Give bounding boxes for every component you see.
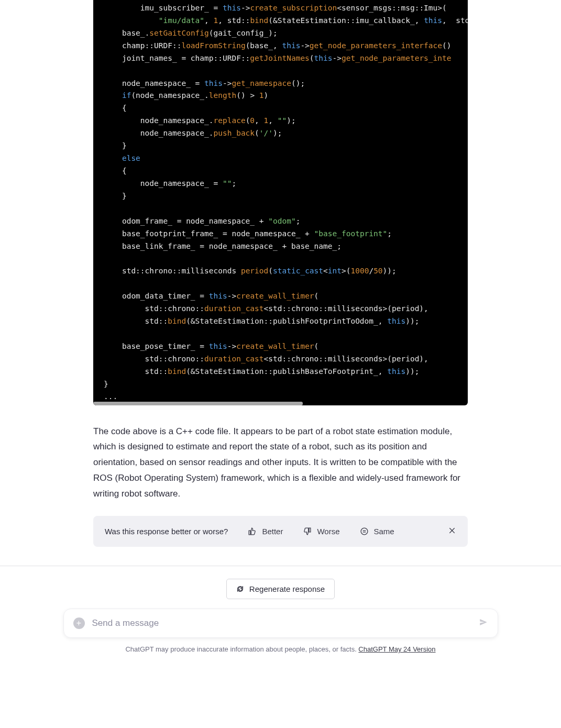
plus-icon: + [76,619,81,628]
message-input-row: + [63,609,498,638]
footer-note: ChatGPT may produce inaccurate informati… [125,645,435,653]
feedback-worse-button[interactable]: Worse [303,527,339,536]
feedback-bar: Was this response better or worse? Bette… [93,516,468,547]
horizontal-scrollbar[interactable] [93,402,303,405]
bottom-area: Regenerate response + ChatGPT may produc… [0,566,561,663]
feedback-worse-label: Worse [317,527,339,536]
regenerate-button[interactable]: Regenerate response [226,579,335,599]
feedback-same-label: Same [374,527,394,536]
feedback-same-button[interactable]: Same [360,527,394,536]
send-icon [479,617,488,627]
feedback-better-label: Better [262,527,283,536]
feedback-question: Was this response better or worse? [105,527,228,536]
feedback-better-button[interactable]: Better [248,527,283,536]
refresh-icon [236,585,244,593]
attach-button[interactable]: + [73,617,85,629]
thumbs-up-icon [248,527,257,536]
message-input[interactable] [92,618,471,628]
code-block[interactable]: imu_subscriber_ = this->create_subscript… [93,0,468,405]
close-icon [448,526,456,535]
explanation-text: The code above is a C++ code file. It ap… [93,424,468,502]
equals-icon [360,527,369,536]
thumbs-down-icon [303,527,312,536]
footer-text: ChatGPT may produce inaccurate informati… [125,645,358,653]
feedback-close-button[interactable] [448,526,456,536]
regenerate-label: Regenerate response [249,584,325,593]
footer-version-link[interactable]: ChatGPT May 24 Version [358,645,435,653]
send-button[interactable] [479,617,488,629]
svg-point-0 [361,528,368,535]
